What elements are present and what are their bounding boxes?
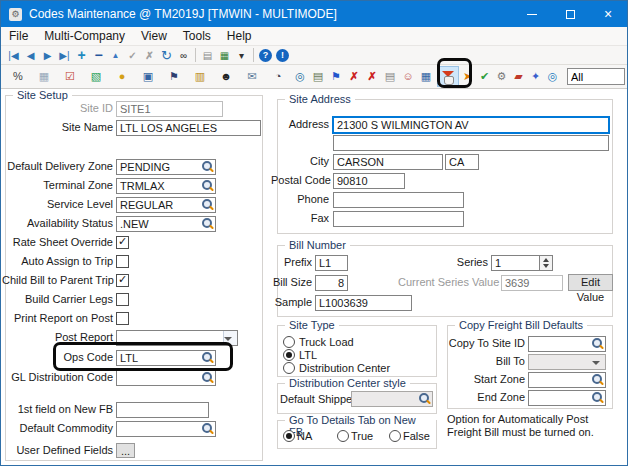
coins-icon[interactable]: ●: [109, 68, 135, 85]
previous-record-icon[interactable]: ◀: [22, 47, 39, 64]
lookup-icon[interactable]: [201, 161, 214, 174]
gl-distribution-code-field[interactable]: [116, 370, 216, 386]
lookup-icon[interactable]: [591, 392, 604, 405]
end-zone-field[interactable]: [528, 390, 606, 406]
post-report-dropdown[interactable]: [116, 330, 238, 346]
availability-status-field[interactable]: .NEW: [116, 216, 216, 232]
print-report-on-post-checkbox[interactable]: [116, 312, 129, 325]
first-record-icon[interactable]: |◀: [5, 47, 22, 64]
first-field-on-new-fb-field[interactable]: [116, 402, 209, 418]
lookup-icon[interactable]: [201, 180, 214, 193]
series-spinner[interactable]: 1: [491, 255, 553, 271]
menu-tools[interactable]: Tools: [175, 27, 219, 45]
auto-assign-to-trip-checkbox[interactable]: [116, 255, 129, 268]
start-zone-field[interactable]: [528, 372, 606, 388]
arrow-right-icon[interactable]: ➤: [459, 68, 476, 85]
close-button[interactable]: ×: [589, 1, 627, 27]
percent-icon[interactable]: %: [5, 68, 31, 85]
lookup-icon[interactable]: [591, 374, 604, 387]
city-field[interactable]: CARSON: [333, 154, 443, 170]
check-green-icon[interactable]: ✔: [476, 68, 493, 85]
invoice-icon[interactable]: ▤: [309, 68, 327, 85]
prefix-field[interactable]: L1: [315, 255, 348, 271]
ltl-radio[interactable]: [283, 349, 295, 361]
globe-icon[interactable]: ◎: [544, 68, 561, 85]
chart-icon[interactable]: ▧: [83, 68, 109, 85]
lookup-icon[interactable]: [201, 372, 214, 385]
cancel-icon[interactable]: ✗: [141, 47, 158, 64]
lookup-icon[interactable]: [201, 423, 214, 436]
terminal-zone-field[interactable]: TRMLAX: [116, 178, 216, 194]
ops-code-field[interactable]: LTL: [116, 350, 216, 366]
sort-icon[interactable]: ▲: [107, 47, 124, 64]
truck-rates-icon[interactable]: ▥: [187, 68, 213, 85]
copy-icon[interactable]: ▣: [135, 68, 161, 85]
driver-icon[interactable]: ☻: [213, 68, 239, 85]
add-record-icon[interactable]: +: [73, 47, 90, 64]
minimize-button[interactable]: [513, 1, 551, 27]
spinner-arrows-icon[interactable]: [539, 256, 552, 270]
funnel-tool-button[interactable]: [437, 66, 459, 87]
mail-icon[interactable]: ✉: [239, 68, 265, 85]
flag-navy-icon[interactable]: ⚑: [161, 68, 187, 85]
service-level-field[interactable]: REGULAR: [116, 197, 216, 213]
address-line1-field[interactable]: 21300 S WILMINGTON AV: [333, 117, 609, 133]
menu-multi-company[interactable]: Multi-Company: [36, 27, 133, 45]
last-record-icon[interactable]: ▶|: [56, 47, 73, 64]
true-radio[interactable]: [337, 430, 349, 442]
about-icon[interactable]: !: [274, 47, 291, 64]
schedule-icon[interactable]: ▦: [31, 68, 57, 85]
help-icon[interactable]: ?: [257, 47, 274, 64]
checklist-icon[interactable]: ☑: [57, 68, 83, 85]
propeller-icon[interactable]: ✦: [527, 68, 544, 85]
default-commodity-field[interactable]: [116, 421, 216, 437]
truck-load-radio[interactable]: [283, 336, 295, 348]
edit-value-button[interactable]: Edit Value: [568, 274, 613, 291]
car-icon[interactable]: ▰: [510, 68, 527, 85]
gauge-icon[interactable]: ◔: [265, 68, 291, 85]
menu-view[interactable]: View: [133, 27, 175, 45]
menu-help[interactable]: Help: [219, 27, 260, 45]
gears-icon[interactable]: ⚙: [493, 68, 510, 85]
dropdown-chevron-icon[interactable]: [223, 331, 237, 345]
sample-field[interactable]: L1003639: [315, 295, 412, 311]
lookup-icon[interactable]: [201, 218, 214, 231]
bill-size-field[interactable]: 8: [315, 275, 348, 291]
globe-package-icon[interactable]: ◎: [291, 68, 309, 85]
rate-sheet-override-checkbox[interactable]: [116, 236, 129, 249]
default-delivery-zone-field[interactable]: PENDING: [116, 159, 216, 175]
build-carrier-legs-checkbox[interactable]: [116, 293, 129, 306]
people-icon[interactable]: ☺: [399, 68, 417, 85]
document-a-icon[interactable]: ▤: [381, 68, 399, 85]
na-radio[interactable]: [283, 430, 295, 442]
lookup-icon[interactable]: [201, 352, 214, 365]
refresh-icon[interactable]: ↻: [158, 47, 175, 64]
print-icon[interactable]: ▤: [199, 47, 216, 64]
false-radio[interactable]: [389, 430, 401, 442]
delete-record-icon[interactable]: −: [90, 47, 107, 64]
lookup-icon[interactable]: [418, 393, 431, 406]
lookup-icon[interactable]: [591, 338, 604, 351]
next-record-icon[interactable]: ▶: [39, 47, 56, 64]
calendar-icon[interactable]: ▦: [417, 68, 435, 85]
state-field[interactable]: CA: [445, 154, 479, 170]
maximize-button[interactable]: [551, 1, 589, 27]
site-name-field[interactable]: LTL LOS ANGELES: [116, 120, 261, 136]
screen-dropdown-icon[interactable]: ▾: [233, 47, 250, 64]
phone-field[interactable]: [333, 192, 464, 208]
network-x2-icon[interactable]: ✗: [363, 68, 381, 85]
screen-icon[interactable]: ▦: [216, 47, 233, 64]
fax-field[interactable]: [333, 211, 464, 227]
filter-input[interactable]: [567, 68, 625, 85]
copy-to-site-id-field[interactable]: [528, 336, 606, 352]
child-bill-to-parent-trip-checkbox[interactable]: [116, 274, 129, 287]
address-line2-field[interactable]: [333, 135, 609, 151]
user-defined-fields-button[interactable]: ...: [116, 443, 135, 458]
binoculars-icon[interactable]: ∞: [175, 47, 192, 64]
save-icon[interactable]: ✓: [124, 47, 141, 64]
distribution-center-radio[interactable]: [283, 362, 295, 374]
network-x-icon[interactable]: ✗: [345, 68, 363, 85]
flag-blue-icon[interactable]: ⚑: [327, 68, 345, 85]
postal-code-field[interactable]: 90810: [333, 173, 405, 189]
menu-file[interactable]: File: [1, 27, 36, 45]
